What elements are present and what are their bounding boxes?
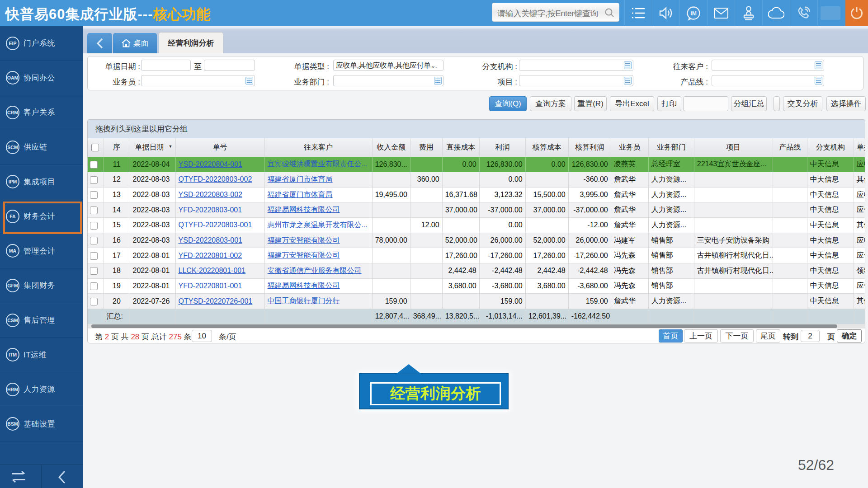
svg-text:IM: IM (690, 10, 696, 17)
